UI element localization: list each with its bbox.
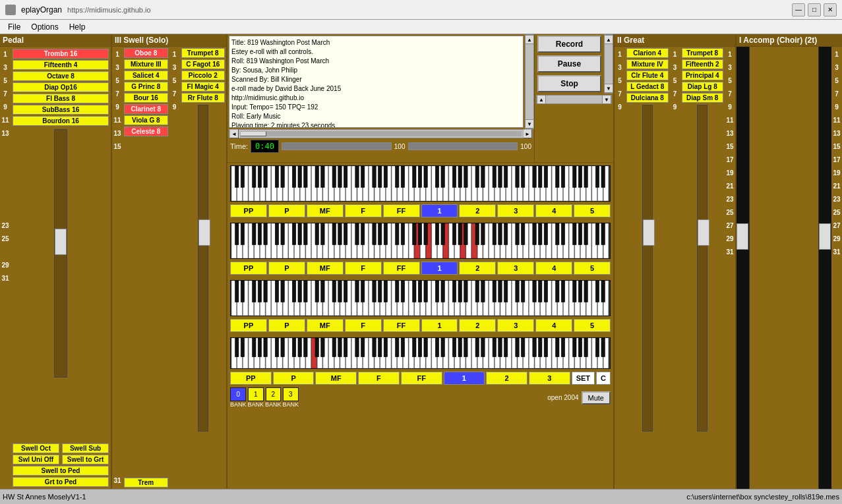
- kbd2-pp[interactable]: PP: [230, 262, 267, 275]
- record-button[interactable]: Record: [537, 36, 601, 53]
- bank-1-btn[interactable]: 1: [248, 387, 264, 401]
- kbd4-f[interactable]: F: [358, 372, 400, 385]
- kbd4-c[interactable]: C: [596, 372, 611, 385]
- stop-gprinc8[interactable]: G Princ 8: [124, 82, 168, 92]
- kbd-scroll-up2[interactable]: ▲: [537, 95, 546, 104]
- stop-trumpet8-sw[interactable]: Trumpet 8: [181, 48, 226, 58]
- stop-swelloct[interactable]: Swell Oct: [13, 443, 59, 453]
- stop-rrflute8[interactable]: Rr Flute 8: [181, 93, 226, 103]
- scroll-down-btn[interactable]: ▼: [525, 119, 534, 128]
- stop-mixture3[interactable]: Mixture III: [124, 59, 168, 69]
- stop-swlunioff[interactable]: Swl Uni Off: [13, 455, 59, 464]
- stop-grtoped[interactable]: Grt to Ped: [13, 477, 109, 487]
- scroll-up-btn[interactable]: ▲: [525, 35, 534, 44]
- minimize-button[interactable]: —: [792, 3, 805, 16]
- stop-octave8[interactable]: Octave 8: [13, 71, 109, 81]
- kbd2-1[interactable]: 1: [421, 262, 458, 275]
- kbd-scrollbar-right[interactable]: ▲ ▼: [604, 34, 613, 94]
- stop-bour16[interactable]: Bour 16: [124, 93, 168, 103]
- kbd2-2[interactable]: 2: [459, 262, 496, 275]
- stop-trem[interactable]: Trem: [124, 478, 168, 488]
- stop-fifteenth2[interactable]: Fifteenth 2: [682, 59, 724, 69]
- kbd3-pp[interactable]: PP: [230, 319, 267, 332]
- kbd3-mf[interactable]: MF: [307, 319, 344, 332]
- stop-button[interactable]: Stop: [537, 75, 601, 92]
- kbd1-5[interactable]: 5: [574, 204, 611, 217]
- kbd4-1[interactable]: 1: [444, 372, 485, 385]
- kbd1-ff[interactable]: FF: [383, 204, 420, 217]
- info-scrollbar[interactable]: ▲ ▼: [525, 34, 534, 129]
- kbd2-mf[interactable]: MF: [307, 262, 344, 275]
- menu-options[interactable]: Options: [26, 21, 63, 33]
- kbd4-ff[interactable]: FF: [401, 372, 442, 385]
- stop-mixture4[interactable]: Mixture IV: [626, 59, 669, 69]
- kbd2-5[interactable]: 5: [574, 262, 611, 275]
- bank-2-btn[interactable]: 2: [266, 387, 282, 401]
- kbd4-p[interactable]: P: [273, 372, 315, 385]
- kbd2-p[interactable]: P: [268, 262, 305, 275]
- stop-clrflute4[interactable]: Clr Flute 4: [626, 70, 669, 80]
- kbd1-f[interactable]: F: [345, 204, 382, 217]
- kbd3-4[interactable]: 4: [535, 319, 572, 332]
- kbd2-3[interactable]: 3: [497, 262, 534, 275]
- menu-help[interactable]: Help: [64, 21, 91, 33]
- stop-trombn[interactable]: Trombn 16: [13, 49, 109, 59]
- stop-violag8[interactable]: Viola G 8: [124, 115, 168, 125]
- kbd1-1[interactable]: 1: [421, 204, 458, 217]
- kbd4-set[interactable]: SET: [572, 372, 595, 385]
- kbd3-f[interactable]: F: [345, 319, 382, 332]
- kbd3-ff[interactable]: FF: [383, 319, 420, 332]
- kbd1-mf[interactable]: MF: [307, 204, 344, 217]
- kbd-scroll-down2[interactable]: ▼: [602, 95, 611, 104]
- pause-button[interactable]: Pause: [537, 55, 601, 72]
- kbd3-3[interactable]: 3: [497, 319, 534, 332]
- maximize-button[interactable]: □: [808, 3, 821, 16]
- kbd-scroll-up[interactable]: ▲: [604, 35, 613, 44]
- hscroll-left-btn[interactable]: ◄: [229, 129, 239, 138]
- kbd4-mf[interactable]: MF: [315, 372, 357, 385]
- kbd1-4[interactable]: 4: [535, 204, 572, 217]
- kbd3-5[interactable]: 5: [574, 319, 611, 332]
- kbd3-1[interactable]: 1: [421, 319, 458, 332]
- stop-diaplg8[interactable]: Diap Lg 8: [682, 82, 724, 92]
- stop-diapop16[interactable]: Diap Op16: [13, 82, 109, 92]
- stop-swtoped[interactable]: Swell to Ped: [13, 466, 109, 476]
- menu-file[interactable]: File: [3, 21, 26, 33]
- kbd-scroll-down[interactable]: ▼: [604, 84, 613, 93]
- stop-flbass8[interactable]: Fl Bass 8: [13, 94, 109, 103]
- stop-oboe8[interactable]: Oboe 8: [124, 48, 168, 58]
- stop-dulciana8[interactable]: Dulciana 8: [626, 93, 669, 103]
- kbd4-pp[interactable]: PP: [230, 372, 272, 385]
- kbd3-p[interactable]: P: [268, 319, 305, 332]
- stop-swellsub[interactable]: Swell Sub: [62, 443, 109, 453]
- kbd3-2[interactable]: 2: [459, 319, 496, 332]
- hscroll-right-btn[interactable]: ►: [523, 129, 532, 138]
- stop-cfagot16[interactable]: C Fagot 16: [181, 59, 226, 69]
- bank-3-btn[interactable]: 3: [283, 387, 299, 401]
- kbd1-3[interactable]: 3: [497, 204, 534, 217]
- mute-button[interactable]: Mute: [582, 391, 611, 405]
- kbd4-2[interactable]: 2: [486, 372, 527, 385]
- stop-celeste8[interactable]: Celeste 8: [124, 126, 168, 136]
- kbd4-3[interactable]: 3: [529, 372, 570, 385]
- stop-swtogrt[interactable]: Swell to Grt: [62, 455, 109, 464]
- info-hscroll[interactable]: ◄ ►: [229, 129, 533, 138]
- kbd1-2[interactable]: 2: [459, 204, 496, 217]
- stop-piccolo2[interactable]: Piccolo 2: [181, 70, 226, 80]
- stop-bourdon16[interactable]: Bourdon 16: [13, 116, 109, 126]
- stop-clarinet8[interactable]: Clarinet 8: [124, 104, 168, 114]
- kbd1-p[interactable]: P: [268, 204, 305, 217]
- stop-flmagic4[interactable]: Fl Magic 4: [181, 82, 226, 92]
- stop-trumpet8-gr[interactable]: Trumpet 8: [682, 48, 724, 58]
- stop-salicet4[interactable]: Salicet 4: [124, 70, 168, 80]
- close-button[interactable]: ✕: [824, 3, 837, 16]
- stop-subbass16[interactable]: SubBass 16: [13, 105, 109, 115]
- stop-fifteenth4[interactable]: Fifteenth 4: [13, 60, 109, 70]
- stop-diapsm8[interactable]: Diap Sm 8: [682, 93, 724, 103]
- stop-clarion4[interactable]: Clarion 4: [626, 48, 669, 58]
- kbd-scrollbar-right2[interactable]: ▲ ▼: [536, 95, 612, 104]
- stop-principal4[interactable]: Principal 4: [682, 70, 724, 80]
- bank-0-btn[interactable]: 0: [230, 387, 246, 401]
- kbd2-4[interactable]: 4: [535, 262, 572, 275]
- stop-lgedact8[interactable]: L Gedact 8: [626, 82, 669, 92]
